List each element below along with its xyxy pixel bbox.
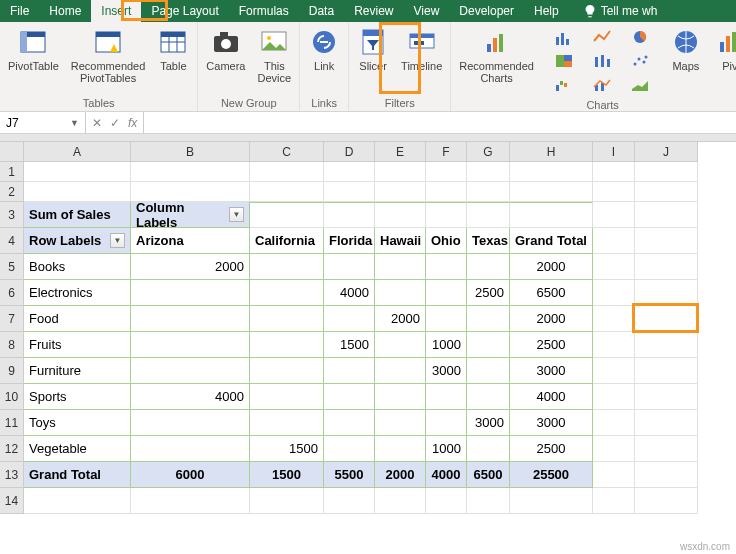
tab-review[interactable]: Review — [344, 0, 403, 22]
pivot-val-vegetable-7[interactable]: 2500 — [510, 436, 593, 462]
pivot-grand-total-1[interactable]: 6000 — [131, 462, 250, 488]
cell-D14[interactable] — [324, 488, 375, 514]
pivot-val-vegetable-2[interactable]: 1500 — [250, 436, 324, 462]
pivot-col-hawaii[interactable]: Hawaii — [375, 228, 426, 254]
cell-H2[interactable] — [510, 182, 593, 202]
cell-C14[interactable] — [250, 488, 324, 514]
row-header-5[interactable]: 5 — [0, 254, 24, 280]
chevron-down-icon[interactable]: ▼ — [229, 207, 244, 222]
pivot-val-furniture-3[interactable] — [324, 358, 375, 384]
tab-view[interactable]: View — [404, 0, 450, 22]
tab-page-layout[interactable]: Page Layout — [141, 0, 228, 22]
spreadsheet-grid[interactable]: ABCDEFGHIJ123Sum of SalesColumn Labels▼4… — [0, 142, 736, 514]
cell-J6[interactable] — [635, 280, 698, 306]
formula-bar[interactable] — [144, 112, 736, 133]
cell-A14[interactable] — [24, 488, 131, 514]
cell-I14[interactable] — [593, 488, 635, 514]
pivot-row-food[interactable]: Food — [24, 306, 131, 332]
recommended-pivottables-button[interactable]: Recommended PivotTables — [67, 24, 150, 86]
pivot-val-food-3[interactable] — [324, 306, 375, 332]
pivot-val-fruits-5[interactable]: 1000 — [426, 332, 467, 358]
cell-E14[interactable] — [375, 488, 426, 514]
pivot-val-toys-5[interactable] — [426, 410, 467, 436]
pivot-val-books-1[interactable]: 2000 — [131, 254, 250, 280]
timeline-button[interactable]: Timeline — [397, 24, 446, 74]
pivot-val-furniture-5[interactable]: 3000 — [426, 358, 467, 384]
pivot-grand-total-2[interactable]: 1500 — [250, 462, 324, 488]
tab-formulas[interactable]: Formulas — [229, 0, 299, 22]
maps-button[interactable]: Maps — [666, 24, 706, 74]
pivot-grand-total-4[interactable]: 2000 — [375, 462, 426, 488]
pivottable-button[interactable]: PivotTable — [4, 24, 63, 74]
cell-C2[interactable] — [250, 182, 324, 202]
cell-H14[interactable] — [510, 488, 593, 514]
pivotchart-button[interactable]: Piv — [710, 24, 736, 74]
pivot-val-books-7[interactable]: 2000 — [510, 254, 593, 280]
cell-E2[interactable] — [375, 182, 426, 202]
scatter-chart-button[interactable] — [622, 50, 658, 72]
pivot-val-fruits-6[interactable] — [467, 332, 510, 358]
pivot-grand-total-5[interactable]: 4000 — [426, 462, 467, 488]
pivot-grand-total-7[interactable]: 25500 — [510, 462, 593, 488]
cell-H3[interactable] — [510, 202, 593, 228]
pivot-val-food-1[interactable] — [131, 306, 250, 332]
cell-J12[interactable] — [635, 436, 698, 462]
col-header-E[interactable]: E — [375, 142, 426, 162]
pivot-col-arizona[interactable]: Arizona — [131, 228, 250, 254]
tab-home[interactable]: Home — [39, 0, 91, 22]
pivot-val-fruits-3[interactable]: 1500 — [324, 332, 375, 358]
pivot-grand-total-6[interactable]: 6500 — [467, 462, 510, 488]
cell-I9[interactable] — [593, 358, 635, 384]
pivot-val-sports-4[interactable] — [375, 384, 426, 410]
pivot-val-books-3[interactable] — [324, 254, 375, 280]
pivot-val-books-6[interactable] — [467, 254, 510, 280]
pivot-val-sports-3[interactable] — [324, 384, 375, 410]
link-button[interactable]: Link — [304, 24, 344, 74]
pivot-val-sports-5[interactable] — [426, 384, 467, 410]
select-all-corner[interactable] — [0, 142, 24, 162]
row-header-11[interactable]: 11 — [0, 410, 24, 436]
pivot-val-furniture-7[interactable]: 3000 — [510, 358, 593, 384]
cell-I1[interactable] — [593, 162, 635, 182]
pivot-col-texas[interactable]: Texas — [467, 228, 510, 254]
row-header-2[interactable]: 2 — [0, 182, 24, 202]
pivot-val-toys-2[interactable] — [250, 410, 324, 436]
pivot-val-electronics-4[interactable] — [375, 280, 426, 306]
cell-I2[interactable] — [593, 182, 635, 202]
line-chart-button[interactable] — [584, 26, 620, 48]
cell-B1[interactable] — [131, 162, 250, 182]
treemap-button[interactable] — [546, 50, 582, 72]
cell-G3[interactable] — [467, 202, 510, 228]
cell-H1[interactable] — [510, 162, 593, 182]
cell-J4[interactable] — [635, 228, 698, 254]
cell-I11[interactable] — [593, 410, 635, 436]
pivot-row-fruits[interactable]: Fruits — [24, 332, 131, 358]
col-header-F[interactable]: F — [426, 142, 467, 162]
pivot-val-books-5[interactable] — [426, 254, 467, 280]
cell-I8[interactable] — [593, 332, 635, 358]
pivot-val-fruits-2[interactable] — [250, 332, 324, 358]
pivot-sum-of-sales[interactable]: Sum of Sales — [24, 202, 131, 228]
cell-F1[interactable] — [426, 162, 467, 182]
pivot-val-furniture-6[interactable] — [467, 358, 510, 384]
pivot-val-electronics-7[interactable]: 6500 — [510, 280, 593, 306]
pivot-col-california[interactable]: California — [250, 228, 324, 254]
tell-me[interactable]: Tell me wh — [569, 0, 668, 22]
stats-chart-button[interactable] — [584, 50, 620, 72]
pivot-val-fruits-4[interactable] — [375, 332, 426, 358]
pivot-column-labels[interactable]: Column Labels▼ — [131, 202, 250, 228]
cell-J1[interactable] — [635, 162, 698, 182]
pivot-val-books-4[interactable] — [375, 254, 426, 280]
cell-G14[interactable] — [467, 488, 510, 514]
cell-D2[interactable] — [324, 182, 375, 202]
pivot-val-toys-6[interactable]: 3000 — [467, 410, 510, 436]
pivot-row-electronics[interactable]: Electronics — [24, 280, 131, 306]
slicer-button[interactable]: Slicer — [353, 24, 393, 74]
pivot-val-furniture-1[interactable] — [131, 358, 250, 384]
row-header-3[interactable]: 3 — [0, 202, 24, 228]
chevron-down-icon[interactable]: ▼ — [110, 233, 125, 248]
pivot-val-toys-4[interactable] — [375, 410, 426, 436]
cell-G1[interactable] — [467, 162, 510, 182]
cell-J2[interactable] — [635, 182, 698, 202]
row-header-12[interactable]: 12 — [0, 436, 24, 462]
